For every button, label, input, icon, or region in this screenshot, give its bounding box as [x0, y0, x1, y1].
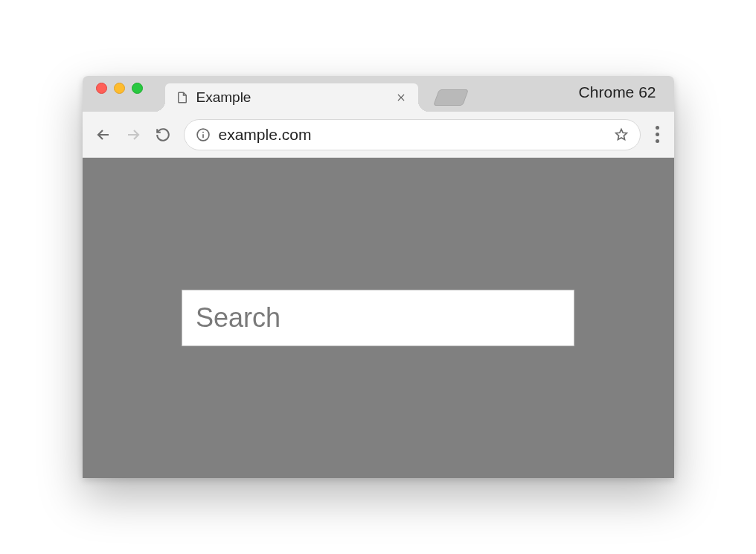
search-input[interactable] [182, 290, 574, 346]
address-bar[interactable]: example.com [184, 119, 641, 150]
page-content [83, 158, 674, 478]
svg-point-1 [202, 131, 204, 133]
new-tab-button[interactable] [432, 89, 468, 106]
forward-button[interactable] [124, 126, 142, 144]
window-close-button[interactable] [96, 83, 107, 94]
window-controls [96, 83, 143, 94]
browser-window: Example Chrome 62 [83, 76, 674, 478]
nav-toolbar: example.com [83, 112, 674, 158]
browser-tab[interactable]: Example [165, 83, 418, 112]
back-button[interactable] [94, 126, 112, 144]
file-icon [176, 91, 189, 104]
menu-button[interactable] [653, 126, 662, 143]
window-maximize-button[interactable] [132, 83, 143, 94]
tab-bar: Example Chrome 62 [83, 76, 674, 112]
close-tab-button[interactable] [394, 91, 408, 104]
window-minimize-button[interactable] [114, 83, 125, 94]
reload-button[interactable] [154, 126, 172, 144]
bookmark-button[interactable] [613, 127, 630, 143]
url-text: example.com [219, 126, 606, 144]
info-icon[interactable] [195, 127, 211, 143]
browser-label: Chrome 62 [579, 83, 656, 101]
tab-title: Example [196, 89, 387, 106]
